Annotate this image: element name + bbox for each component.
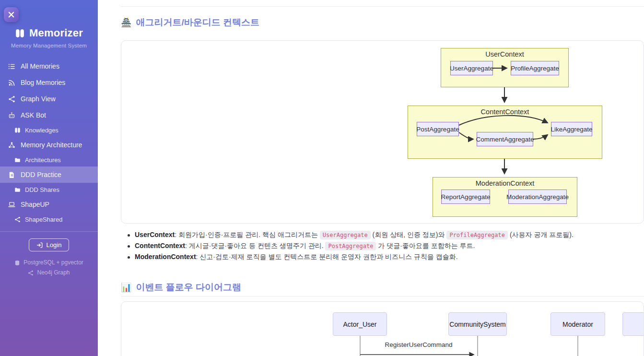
login-icon	[36, 242, 43, 249]
node-report-aggregate: ReportAggregate	[441, 190, 490, 204]
sequence-message-label: RegisterUserCommand	[347, 341, 491, 348]
term: UserContext	[135, 231, 175, 238]
node-user-aggregate: UserAggregate	[450, 61, 493, 75]
app-title: Memorizer	[29, 27, 83, 39]
blog-icon	[8, 79, 15, 86]
sidebar-item-architectures[interactable]: Architectures	[0, 153, 98, 166]
participant-community-system: CommunitySystem	[448, 312, 507, 336]
login-label: Login	[47, 241, 62, 249]
sidebar-item-ddd-shares[interactable]: DDD Shares	[0, 183, 98, 196]
cluster-label: ModerationContext	[433, 179, 577, 187]
robot-icon	[8, 112, 15, 119]
participant-actor-user: Actor_User	[333, 312, 387, 336]
sidebar-item-label: Knowledges	[25, 127, 59, 134]
folder-icon	[14, 157, 21, 163]
sidebar-item-label: ASK Bot	[21, 111, 46, 119]
sidebar-item-ddd-practice[interactable]: DDD Practice	[0, 166, 98, 183]
folder-icon	[14, 187, 21, 193]
brain-icon	[14, 127, 21, 133]
sidebar-item-memory-architecture[interactable]: Memory Architecture	[0, 137, 98, 153]
inline-code: ProfileAggregate	[446, 231, 508, 239]
footer-db-label: PostgreSQL + pgvector	[23, 258, 83, 268]
brain-logo-icon	[15, 28, 25, 38]
participant-moderator: Moderator	[550, 312, 605, 336]
close-icon	[8, 11, 15, 18]
context-description-list: UserContext: 회원가입·인증·프로필 관리. 핵심 애그리거트는 U…	[126, 229, 624, 262]
file-icon	[8, 171, 15, 178]
sidebar-item-blog-memories[interactable]: Blog Memories	[0, 74, 98, 91]
sidebar-item-label: Blog Memories	[21, 79, 65, 86]
node-profile-aggregate: ProfileAggregate	[511, 61, 559, 75]
brand: Memorizer Memory Management System	[0, 27, 98, 48]
node-like-aggregate: LikeAggregate	[551, 122, 592, 136]
sidebar-item-label: DDD Practice	[21, 171, 61, 178]
sidebar-item-knowledges[interactable]: Knowledges	[0, 123, 98, 137]
section-title-aggregates: 🏯 애그리거트/바운디드 컨텍스트	[121, 16, 259, 29]
section2-divider	[121, 296, 644, 297]
sidebar-item-shapeshared[interactable]: ShapeShared	[0, 213, 98, 226]
node-moderation-aggregate: ModerationAggregate	[508, 190, 567, 204]
bar-chart-icon: 📊	[121, 282, 131, 293]
node-comment-aggregate: CommentAggregate	[477, 132, 533, 146]
sidebar-item-label: Graph View	[21, 95, 56, 103]
share-nodes-icon	[8, 95, 15, 103]
aggregate-diagram-card: UserContext ContentContext ModerationCon…	[121, 40, 644, 224]
list-icon	[8, 63, 15, 70]
section-title-event-flow: 📊 이벤트 플로우 다이어그램	[121, 281, 241, 294]
sidebar-item-ask-bot[interactable]: ASK Bot	[0, 107, 98, 123]
cluster-label: UserContext	[441, 50, 568, 58]
sidebar-divider	[0, 231, 98, 232]
sidebar-item-label: All Memories	[21, 62, 59, 70]
term: ModerationContext	[135, 253, 196, 261]
graph-icon	[28, 270, 34, 276]
sidebar-item-label: ShapeShared	[25, 216, 62, 223]
sidebar-item-label: DDD Shares	[25, 186, 59, 193]
sidebar-footer: PostgreSQL + pgvector Neo4j Graph	[0, 258, 98, 278]
event-flow-diagram-card: Actor_User CommunitySystem Moderator Reg…	[121, 301, 644, 356]
sidebar: Memorizer Memory Management System All M…	[0, 0, 98, 356]
list-item: ContentContext: 게시글·댓글·좋아요 등 컨텐츠 생명주기 관리…	[126, 240, 624, 251]
participant-box-partial	[622, 312, 644, 336]
node-post-aggregate: PostAggregate	[417, 122, 459, 136]
sidebar-nav: All Memories Blog Memories Graph View	[0, 58, 98, 226]
inline-code: PostAggregate	[325, 242, 376, 250]
sidebar-item-graph-view[interactable]: Graph View	[0, 91, 98, 107]
castle-icon: 🏯	[121, 17, 131, 28]
list-item: UserContext: 회원가입·인증·프로필 관리. 핵심 애그리거트는 U…	[126, 229, 624, 240]
list-item: ModerationContext: 신고·검토·제재 로직을 별도 컨텍스트로…	[126, 251, 624, 262]
circle-nodes-icon	[8, 142, 15, 149]
section2-title: 이벤트 플로우 다이어그램	[136, 281, 241, 294]
sidebar-item-label: Memory Architecture	[21, 141, 82, 149]
cluster-label: ContentContext	[408, 108, 602, 116]
sidebar-close-button[interactable]	[4, 7, 19, 22]
term: ContentContext	[135, 242, 185, 249]
sidebar-item-label: Architectures	[25, 156, 61, 164]
main-content: 🏯 애그리거트/바운디드 컨텍스트 UserContext ContentCon…	[98, 0, 644, 356]
section1-title: 애그리거트/바운디드 컨텍스트	[136, 16, 259, 29]
login-button[interactable]: Login	[29, 238, 70, 251]
inline-code: UserAggregate	[320, 231, 371, 239]
sidebar-item-all-memories[interactable]: All Memories	[0, 58, 98, 74]
laptop-icon	[8, 201, 15, 208]
footer-graph-label: Neo4j Graph	[37, 268, 70, 278]
sidebar-item-shapeup[interactable]: ShapeUP	[0, 196, 98, 213]
sidebar-item-label: ShapeUP	[21, 201, 49, 208]
app-subtitle: Memory Management System	[0, 43, 98, 48]
share-icon	[14, 216, 21, 223]
top-divider	[121, 6, 644, 7]
database-icon	[14, 260, 20, 266]
